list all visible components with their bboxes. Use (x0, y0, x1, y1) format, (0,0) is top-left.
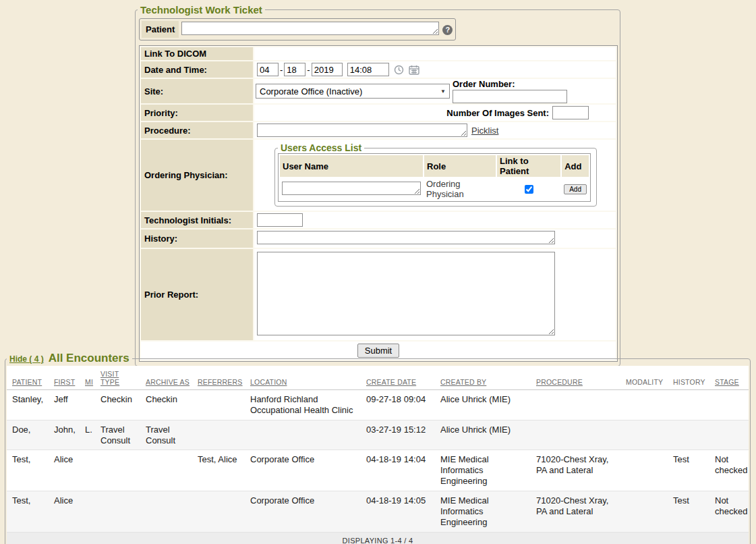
cell-mi (80, 491, 95, 533)
users-access-row: Ordering Physician Add (280, 178, 589, 200)
column-header-referrers[interactable]: REFERRERS (192, 366, 245, 390)
site-select[interactable]: Corporate Office (Inactive) ▼ (256, 84, 450, 99)
priority-label: Priority: (141, 105, 253, 121)
cell-modality (620, 390, 668, 420)
cell-patient: Stanley, (7, 390, 49, 420)
user-name-input[interactable] (282, 182, 421, 195)
encounter-row[interactable]: Doe,John,L.Travel ConsultTravel Consult0… (7, 420, 749, 450)
technologist-initials-row: Technologist Initials: (141, 212, 616, 228)
add-user-button[interactable]: Add (564, 184, 587, 194)
cell-first: Jeff (49, 390, 80, 420)
date-separator: - (280, 65, 283, 75)
column-header-visit-type[interactable]: VISIT TYPE (95, 366, 140, 390)
column-header-archive-as[interactable]: ARCHIVE AS (140, 366, 192, 390)
cell-archive-as (140, 450, 192, 491)
cell-create-date: 04-18-19 14:04 (361, 450, 435, 491)
ordering-physician-label: Ordering Physician: (141, 140, 253, 211)
history-input[interactable] (257, 231, 555, 244)
encounters-table: PATIENTFIRSTMIVISIT TYPEARCHIVE ASREFERR… (7, 366, 749, 544)
date-time-row: Date and Time: - - (141, 61, 616, 78)
column-header-stage[interactable]: STAGE (709, 366, 749, 390)
cell-mi (80, 390, 95, 420)
cell-modality (620, 491, 668, 533)
encounters-body: Stanley,JeffCheckinCheckinHanford Richla… (7, 390, 749, 533)
cell-location (245, 420, 361, 450)
technologist-work-ticket-section: Technologist Work Ticket Patient ? Link … (135, 4, 620, 366)
cell-mi (80, 450, 95, 491)
cell-created-by: MIE Medical Informatics Engineering (435, 450, 531, 491)
prior-report-input[interactable] (257, 252, 555, 335)
images-sent-input[interactable] (552, 106, 589, 119)
time-input[interactable] (347, 63, 389, 76)
link-to-patient-checkbox[interactable] (525, 185, 533, 194)
calendar-icon[interactable] (409, 65, 419, 75)
procedure-label: Procedure: (141, 122, 253, 138)
column-header-procedure[interactable]: PROCEDURE (531, 366, 620, 390)
help-icon[interactable]: ? (442, 25, 453, 35)
technologist-initials-input[interactable] (257, 213, 303, 227)
work-ticket-title: Technologist Work Ticket (138, 4, 265, 16)
column-header-modality: MODALITY (620, 366, 668, 390)
link-to-dicom-row: Link To DICOM (141, 47, 616, 60)
cell-create-date: 09-27-18 09:04 (361, 390, 435, 420)
cell-stage: Not checked (709, 450, 749, 491)
patient-label: Patient (142, 21, 179, 38)
encounter-row[interactable]: Test,AliceTest, AliceCorporate Office04-… (7, 450, 749, 491)
prior-report-row: Prior Report: (141, 249, 616, 340)
history-row: History: (141, 229, 616, 248)
procedure-input[interactable] (257, 124, 467, 137)
cell-visit-type: Checkin (95, 390, 140, 420)
cell-archive-as: Travel Consult (140, 420, 192, 450)
cell-procedure (531, 390, 620, 420)
cell-created-by: MIE Medical Informatics Engineering (435, 491, 531, 533)
column-header-created-by[interactable]: CREATED BY (435, 366, 531, 390)
all-encounters-title: All Encounters (49, 352, 129, 365)
order-number-input[interactable] (453, 90, 567, 103)
cell-patient: Test, (7, 450, 49, 491)
cell-stage: Not checked (709, 491, 749, 533)
cell-procedure (531, 420, 620, 450)
cell-create-date: 03-27-19 15:12 (361, 420, 435, 450)
column-header-first[interactable]: FIRST (49, 366, 80, 390)
cell-first: Alice (49, 450, 80, 491)
role-header: Role (424, 155, 496, 177)
page: { "colors": { "page_bg": "#f3ecda", "lab… (0, 0, 756, 544)
encounter-row[interactable]: Test,AliceCorporate Office04-18-19 14:05… (7, 491, 749, 533)
role-value: Ordering Physician (426, 179, 464, 199)
date-month-input[interactable] (257, 63, 279, 76)
images-sent-label: Number Of Images Sent: (446, 108, 549, 118)
patient-box: Patient ? (139, 18, 456, 40)
cell-location: Hanford Richland Occupational Health Cli… (245, 390, 361, 420)
picklist-link[interactable]: Picklist (471, 126, 498, 136)
procedure-row: Procedure: Picklist (141, 122, 616, 138)
cell-referrers: Test, Alice (192, 450, 245, 491)
encounter-row[interactable]: Stanley,JeffCheckinCheckinHanford Richla… (7, 390, 749, 420)
column-header-patient[interactable]: PATIENT (7, 366, 49, 390)
cell-modality (620, 450, 668, 491)
column-header-create-date[interactable]: CREATE DATE (361, 366, 435, 390)
cell-archive-as (140, 491, 192, 533)
cell-referrers (192, 390, 245, 420)
cell-history (668, 420, 709, 450)
cell-procedure: 71020-Chest Xray, PA and Lateral (531, 491, 620, 533)
cell-stage (709, 390, 749, 420)
column-header-location[interactable]: LOCATION (245, 366, 361, 390)
cell-stage (709, 420, 749, 450)
clock-icon[interactable] (394, 65, 404, 75)
date-day-input[interactable] (284, 63, 306, 76)
patient-input[interactable] (181, 22, 439, 35)
cell-visit-type (95, 450, 140, 491)
cell-history (668, 390, 709, 420)
cell-created-by: Alice Uhrick (MIE) (435, 390, 531, 420)
date-year-input[interactable] (312, 63, 343, 76)
order-number-label: Order Number: (453, 79, 515, 89)
prior-report-label: Prior Report: (141, 249, 253, 340)
column-header-mi[interactable]: MI (80, 366, 95, 390)
cell-location: Corporate Office (245, 450, 361, 491)
link-to-patient-header: Link to Patient (497, 155, 560, 177)
cell-first: Alice (49, 491, 80, 533)
cell-mi: L. (80, 420, 95, 450)
hide-link[interactable]: Hide ( 4 ) (9, 354, 44, 364)
date-separator-2: - (307, 65, 310, 75)
cell-patient: Test, (7, 491, 49, 533)
